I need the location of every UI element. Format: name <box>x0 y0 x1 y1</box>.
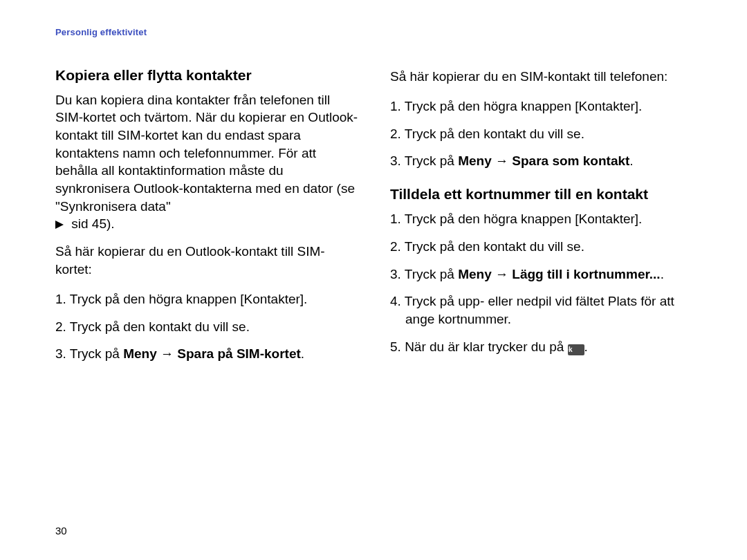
steps-sim-to-phone: 1. Tryck på den högra knappen [Kontakter… <box>390 97 694 170</box>
step-text: Tryck på den kontakt du vill se. <box>405 127 584 141</box>
steps-speed-dial: 1. Tryck på den högra knappen [Kontakter… <box>390 210 694 355</box>
right-column: Så här kopierar du en SIM-kontakt till t… <box>390 66 694 373</box>
step-punct: . <box>584 339 588 354</box>
step-text: Tryck på den högra knappen [Kontakter]. <box>70 292 308 306</box>
page-number: 30 <box>55 524 67 538</box>
step-text-prefix: När du är klar trycker du på <box>405 339 567 354</box>
step-text-prefix: Tryck på <box>70 346 123 361</box>
step-text-prefix: Tryck på <box>405 267 458 281</box>
list-item: 4. Tryck på upp- eller nedpil vid fältet… <box>390 292 694 328</box>
two-column-layout: Kopiera eller flytta kontakter Du kan ko… <box>55 66 704 373</box>
left-column: Kopiera eller flytta kontakter Du kan ko… <box>55 66 360 373</box>
list-item: 3. Tryck på Meny → Spara som kontakt. <box>390 152 694 170</box>
arrow-sep: → <box>492 267 513 281</box>
running-head: Personlig effektivitet <box>55 26 704 39</box>
heading-copy-move-contacts: Kopiera eller flytta kontakter <box>55 66 360 84</box>
action-label: Spara på SIM-kortet <box>177 346 300 361</box>
intro-outlook-to-sim: Så här kopierar du en Outlook-kontakt ti… <box>55 243 360 278</box>
list-item: 1. Tryck på den högra knappen [Kontakter… <box>55 290 360 308</box>
right-arrow-icon <box>55 216 68 231</box>
arrow-sep: → <box>157 346 178 361</box>
step-text: Tryck på den kontakt du vill se. <box>405 239 584 254</box>
menu-label: Meny <box>123 346 157 361</box>
step-text-prefix: Tryck på <box>405 153 458 168</box>
step-text: Tryck på upp- eller nedpil vid fältet Pl… <box>405 294 674 326</box>
list-item: 5. När du är klar trycker du på ok. <box>390 338 694 356</box>
step-text: Tryck på den högra knappen [Kontakter]. <box>405 212 643 226</box>
list-item: 2. Tryck på den kontakt du vill se. <box>390 125 694 143</box>
body-tail: sid 45). <box>68 216 115 231</box>
step-punct: . <box>301 346 304 361</box>
step-punct: . <box>629 153 633 168</box>
list-item: 3. Tryck på Meny → Lägg till i kortnumme… <box>390 265 694 283</box>
step-text: Tryck på den kontakt du vill se. <box>70 319 250 334</box>
list-item: 1. Tryck på den högra knappen [Kontakter… <box>390 97 694 115</box>
step-punct: . <box>661 267 664 281</box>
heading-speed-dial: Tilldela ett kortnummer till en kontakt <box>390 185 694 203</box>
list-item: 1. Tryck på den högra knappen [Kontakter… <box>390 210 694 228</box>
action-label: Lägg till i kortnummer... <box>512 267 660 281</box>
list-item: 2. Tryck på den kontakt du vill se. <box>390 238 694 256</box>
menu-label: Meny <box>458 153 492 168</box>
list-item: 3. Tryck på Meny → Spara på SIM-kortet. <box>55 345 360 363</box>
menu-label: Meny <box>458 267 492 281</box>
arrow-sep: → <box>492 153 513 168</box>
ok-icon: ok <box>568 344 584 355</box>
body-main: Du kan kopiera dina kontakter från telef… <box>55 93 358 214</box>
steps-outlook-to-sim: 1. Tryck på den högra knappen [Kontakter… <box>55 290 360 363</box>
action-label: Spara som kontakt <box>512 153 629 168</box>
list-item: 2. Tryck på den kontakt du vill se. <box>55 318 360 336</box>
intro-sim-to-phone: Så här kopierar du en SIM-kontakt till t… <box>390 68 694 86</box>
step-text: Tryck på den högra knappen [Kontakter]. <box>405 99 643 113</box>
body-text: Du kan kopiera dina kontakter från telef… <box>55 91 360 233</box>
manual-page: Personlig effektivitet Kopiera eller fly… <box>0 0 747 560</box>
